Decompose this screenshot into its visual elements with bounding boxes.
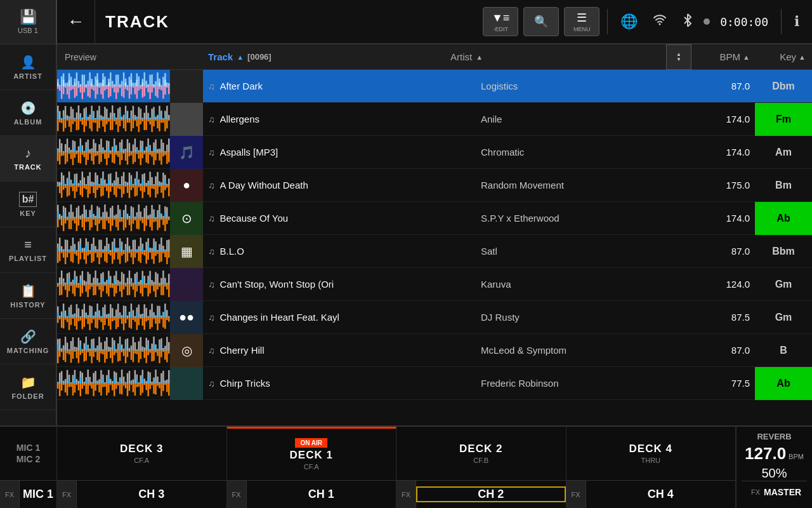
svg-rect-112 <box>145 86 147 88</box>
key-cell: Gm <box>755 268 812 301</box>
svg-rect-266 <box>157 119 158 128</box>
artist-cell: Karuva <box>476 279 691 290</box>
svg-rect-1014 <box>84 304 85 318</box>
sidebar-item-history[interactable]: 📋 HISTORY <box>0 273 56 319</box>
svg-rect-725 <box>76 250 77 251</box>
deck3-top[interactable]: DECK 3 CF.A <box>57 427 226 480</box>
svg-rect-1397 <box>166 379 167 383</box>
svg-rect-606 <box>93 213 94 218</box>
reverb-column: REVERB 127.0 BPM 50% FX MASTER <box>736 427 812 508</box>
search-button[interactable]: 🔍 <box>523 7 559 36</box>
waveform-cell: ● <box>57 169 203 202</box>
svg-rect-1081 <box>136 312 138 318</box>
svg-rect-269 <box>159 112 160 119</box>
key-cell: Ab <box>755 202 812 235</box>
filter-edit-button[interactable]: ▼≡ -EDIT <box>483 7 518 36</box>
table-row[interactable]: 🎵♫Aspalls [MP3]Chromatic174.0Am <box>57 136 812 169</box>
svg-rect-777 <box>117 251 119 259</box>
svg-rect-564 <box>59 214 60 218</box>
table-row[interactable]: ♫AllergensAnile174.0Fm <box>57 103 812 136</box>
svg-rect-994 <box>67 318 68 322</box>
svg-rect-817 <box>149 251 150 253</box>
svg-rect-726 <box>76 251 77 256</box>
svg-rect-298 <box>70 150 72 152</box>
svg-rect-151 <box>65 105 66 119</box>
svg-rect-460 <box>87 185 88 197</box>
svg-rect-1147 <box>78 337 79 350</box>
sidebar-item-key[interactable]: b# KEY <box>0 182 56 227</box>
svg-rect-844 <box>59 277 60 284</box>
col-bpm[interactable]: BPM ▲ <box>691 51 755 62</box>
sidebar-item-matching[interactable]: 🔗 MATCHING <box>0 319 56 364</box>
svg-rect-684 <box>155 218 156 222</box>
col-artist[interactable]: Artist ▲ <box>450 51 666 62</box>
table-row[interactable]: ⊙♫Because Of YouS.P.Y x Etherwood174.0Ab <box>57 202 812 235</box>
wifi-button[interactable] <box>648 10 672 33</box>
svg-rect-448 <box>78 185 79 187</box>
svg-rect-275 <box>164 119 166 131</box>
svg-rect-1218 <box>134 351 136 354</box>
svg-rect-62 <box>106 84 107 86</box>
usb-button[interactable]: 💾 USB 1 <box>0 0 57 44</box>
svg-rect-66 <box>108 82 109 86</box>
svg-rect-999 <box>70 318 72 325</box>
deck1-top[interactable]: ON AIR DECK 1 CF.A <box>227 429 396 480</box>
table-row[interactable]: ▦♫B.L.OSatl87.0Bbm <box>57 235 812 268</box>
back-button[interactable]: ← <box>57 0 95 44</box>
svg-rect-822 <box>153 244 154 251</box>
svg-rect-105 <box>140 86 141 89</box>
svg-rect-1033 <box>98 310 100 317</box>
svg-rect-1008 <box>78 318 79 321</box>
svg-rect-1094 <box>147 318 148 320</box>
table-row[interactable]: ◎♫Cherry HillMcLeod & Symptom87.0B <box>57 334 812 367</box>
svg-rect-1384 <box>155 384 156 394</box>
menu-button[interactable]: ☰ MENU <box>564 7 599 36</box>
svg-rect-914 <box>115 271 117 284</box>
bluetooth-button[interactable] <box>677 10 698 33</box>
deck2-top[interactable]: DECK 2 CF.B <box>396 427 566 480</box>
svg-rect-258 <box>151 108 152 119</box>
table-row[interactable]: ●♫A Day Without DeathRandom Movement175.… <box>57 169 812 202</box>
svg-rect-947 <box>142 284 143 297</box>
svg-rect-870 <box>80 284 81 297</box>
svg-rect-933 <box>131 284 132 286</box>
deck4-top[interactable]: DECK 4 THRU <box>566 427 736 480</box>
table-row[interactable]: ♫Chirp TricksFrederic Robinson77.5Ab <box>57 367 812 400</box>
svg-rect-135 <box>164 86 166 95</box>
svg-rect-857 <box>69 278 70 284</box>
svg-rect-672 <box>145 218 147 226</box>
svg-rect-39 <box>87 81 88 86</box>
svg-rect-19 <box>70 86 72 90</box>
sidebar-item-artist[interactable]: 👤 ARTIST <box>0 44 56 90</box>
sort-controls-button[interactable]: ▲ ▼ <box>666 44 691 70</box>
svg-rect-696 <box>164 212 166 218</box>
table-row[interactable]: ♫After DarkLogistics87.0Dbm <box>57 70 812 103</box>
col-track[interactable]: Track ▲ [0096] <box>203 51 450 62</box>
sidebar-item-album[interactable]: 💿 ALBUM <box>0 90 56 136</box>
col-key[interactable]: Key ▲ <box>755 51 812 62</box>
svg-rect-1285 <box>76 378 77 383</box>
music-note-icon: ♫ <box>208 180 215 190</box>
svg-rect-636 <box>117 204 119 218</box>
svg-rect-756 <box>100 251 102 257</box>
menu-label: MENU <box>573 26 591 32</box>
sidebar-item-folder[interactable]: 📁 FOLDER <box>0 364 56 410</box>
sidebar-item-track[interactable]: ♪ TRACK <box>0 136 56 182</box>
globe-button[interactable]: 🌐 <box>615 11 643 32</box>
svg-rect-629 <box>112 206 113 218</box>
svg-rect-576 <box>69 218 70 229</box>
svg-rect-938 <box>134 284 136 297</box>
svg-rect-328 <box>95 143 96 152</box>
sidebar-item-playlist[interactable]: ≡ PLAYLIST <box>0 227 56 273</box>
svg-rect-759 <box>102 250 103 251</box>
table-row[interactable]: ♫Can't Stop, Won't Stop (OriKaruva124.0G… <box>57 268 812 301</box>
info-button[interactable]: ℹ <box>789 11 804 32</box>
svg-rect-901 <box>104 284 105 286</box>
key-cell: Bm <box>755 169 812 202</box>
svg-rect-33 <box>82 86 83 99</box>
svg-rect-943 <box>138 284 140 286</box>
svg-rect-1325 <box>108 384 109 392</box>
svg-rect-535 <box>147 183 148 185</box>
svg-rect-957 <box>149 284 150 293</box>
table-row[interactable]: ●●♫Changes in Heart Feat. KaylDJ Rusty87… <box>57 301 812 334</box>
